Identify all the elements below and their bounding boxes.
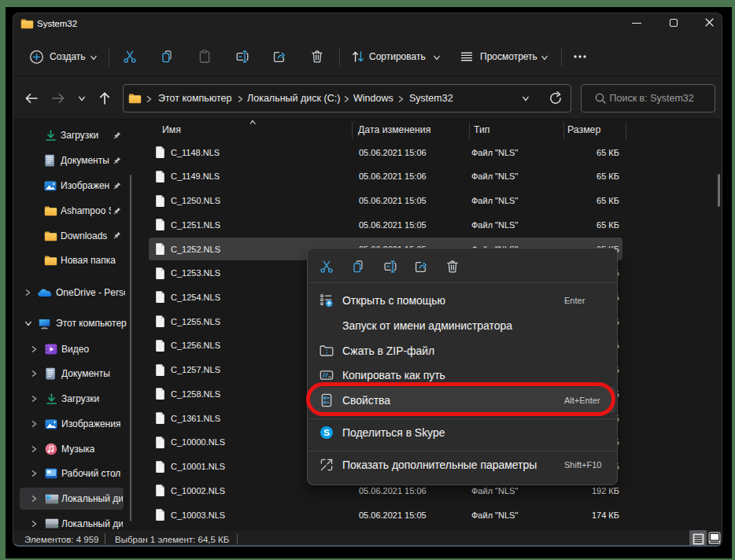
svg-text:S: S: [323, 428, 330, 437]
